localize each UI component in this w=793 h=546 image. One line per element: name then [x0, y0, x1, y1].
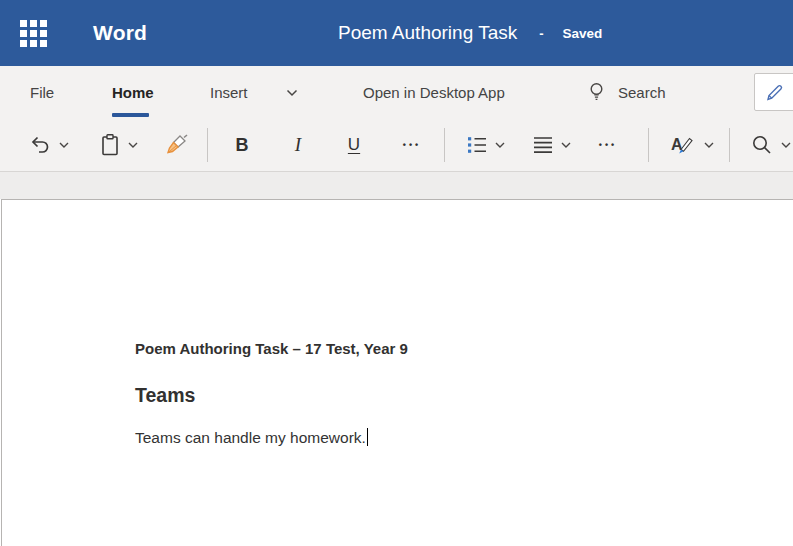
tab-file[interactable]: File — [30, 66, 54, 118]
bold-label: B — [236, 135, 249, 156]
ribbon-tabs-row: File Home Insert Open in Desktop App Sea… — [0, 66, 793, 118]
clipboard-icon — [99, 133, 121, 157]
document-canvas-background — [0, 172, 793, 199]
chevron-down-icon — [128, 142, 138, 149]
bold-button[interactable]: B — [222, 125, 262, 165]
chevron-down-icon — [704, 142, 714, 149]
editing-mode-button[interactable] — [754, 73, 793, 111]
paste-button[interactable] — [86, 125, 150, 165]
format-painter-button[interactable] — [156, 125, 198, 165]
more-paragraph-options-button[interactable]: ••• — [586, 125, 630, 165]
underline-button[interactable]: U — [334, 125, 374, 165]
document-title-line[interactable]: Poem Authoring Task – 17 Test, Year 9 — [135, 339, 753, 359]
app-launcher-waffle-icon[interactable] — [20, 20, 47, 47]
tab-home[interactable]: Home — [112, 66, 154, 118]
chevron-down-icon — [561, 142, 571, 149]
styles-a-pen-icon: A — [669, 133, 697, 157]
bullet-list-button[interactable] — [456, 125, 514, 165]
toolbar-divider — [729, 128, 730, 162]
italic-label: I — [295, 134, 301, 156]
document-title[interactable]: Poem Authoring Task — [338, 22, 517, 44]
chevron-down-icon — [59, 142, 69, 149]
chevron-down-icon — [781, 142, 791, 149]
undo-button[interactable] — [18, 125, 78, 165]
find-button[interactable] — [742, 125, 793, 165]
styles-button[interactable]: A — [660, 125, 722, 165]
app-name[interactable]: Word — [93, 0, 147, 66]
toolbar-divider — [207, 128, 208, 162]
undo-icon — [28, 133, 52, 157]
italic-button[interactable]: I — [278, 125, 318, 165]
toolbar-divider — [444, 128, 445, 162]
formatting-toolbar: B I U ••• ••• A — [0, 118, 793, 172]
chevron-down-icon — [495, 142, 505, 149]
tab-insert[interactable]: Insert — [210, 66, 248, 118]
body-text: Teams can handle my homework. — [135, 429, 366, 446]
align-lines-icon — [532, 134, 554, 156]
save-status-badge[interactable]: Saved — [563, 26, 603, 41]
document-body-paragraph[interactable]: Teams can handle my homework. — [135, 428, 753, 448]
align-button[interactable] — [522, 125, 580, 165]
document-heading[interactable]: Teams — [135, 383, 753, 407]
format-painter-icon — [164, 133, 190, 157]
toolbar-divider — [648, 128, 649, 162]
document-title-group: Poem Authoring Task - Saved — [338, 0, 602, 66]
search-label: Search — [618, 84, 666, 101]
ellipsis-icon: ••• — [599, 140, 617, 150]
more-font-options-button[interactable]: ••• — [390, 125, 434, 165]
pencil-icon — [764, 81, 786, 103]
magnifier-icon — [750, 133, 774, 157]
text-cursor-caret — [367, 428, 369, 446]
app-header: Word Poem Authoring Task - Saved — [0, 0, 793, 66]
bullet-list-icon — [466, 134, 488, 156]
active-tab-indicator — [112, 113, 149, 117]
title-separator: - — [539, 26, 543, 41]
open-in-desktop-app-button[interactable]: Open in Desktop App — [363, 66, 505, 118]
document-page[interactable]: Poem Authoring Task – 17 Test, Year 9 Te… — [1, 199, 793, 546]
document-content: Poem Authoring Task – 17 Test, Year 9 Te… — [2, 200, 793, 448]
search-button[interactable]: Search — [588, 66, 666, 118]
lightbulb-icon — [588, 81, 605, 103]
underline-label: U — [348, 135, 360, 155]
chevron-down-icon[interactable] — [286, 89, 298, 97]
ellipsis-icon: ••• — [403, 140, 421, 150]
